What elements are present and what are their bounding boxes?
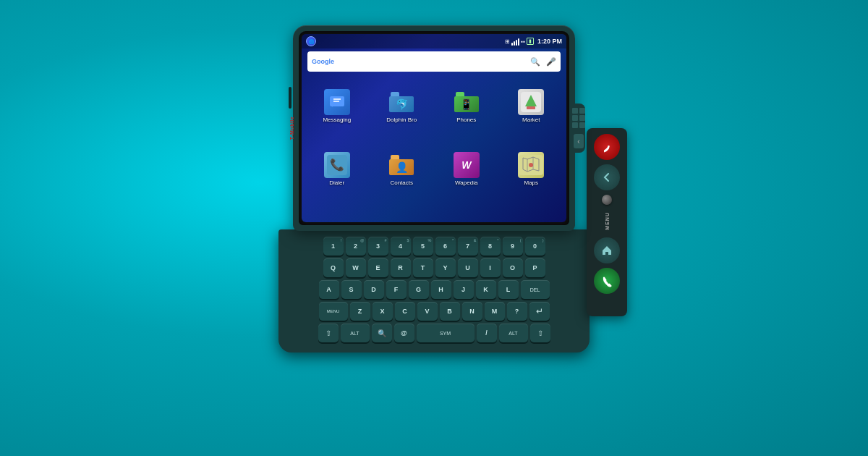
phones-label: Phones	[456, 117, 476, 123]
key-v[interactable]: V	[417, 302, 438, 321]
nav-arrow-button[interactable]: ‹	[574, 134, 584, 148]
key-shift-left[interactable]: ⇧	[318, 324, 339, 342]
key-alt-left[interactable]: ALT	[341, 324, 370, 342]
search-icon[interactable]: 🔍	[530, 57, 540, 67]
key-1[interactable]: !1	[323, 237, 344, 256]
key-shift-right[interactable]: ⇧	[530, 324, 550, 342]
app-market[interactable]: Market	[501, 76, 563, 136]
google-search-bar[interactable]: Google 🔍 🎤	[307, 51, 561, 72]
volume-button[interactable]	[289, 87, 292, 109]
keyboard-row-qwerty: Q W E R T Y U I O P	[289, 258, 579, 277]
mic-icon[interactable]: 🎤	[546, 57, 556, 67]
key-enter[interactable]: ↵	[529, 302, 550, 321]
wapedia-label: Wapedia	[455, 180, 477, 186]
key-7[interactable]: &7	[458, 237, 478, 256]
key-r[interactable]: R	[391, 258, 411, 277]
phones-icon: 📱	[454, 89, 480, 115]
key-i[interactable]: I	[480, 258, 501, 277]
key-d[interactable]: D	[364, 280, 384, 299]
globe-icon: 🌐	[306, 36, 316, 46]
key-8[interactable]: *8	[480, 237, 501, 256]
key-l[interactable]: L	[498, 280, 519, 299]
app-dialer[interactable]: 📞 Dialer	[306, 139, 368, 199]
key-search[interactable]: 🔍	[372, 324, 392, 342]
key-k[interactable]: K	[476, 280, 496, 299]
status-right: ⊞ ▪▪ ▮ 1:20 PM	[505, 37, 562, 46]
key-a[interactable]: A	[319, 280, 339, 299]
signal-bars	[511, 37, 519, 46]
keyboard-row-zxcv: MENU Z X C V B N M ? ↵	[289, 302, 579, 321]
status-bar: 🌐 ⊞ ▪▪ ▮	[302, 34, 566, 48]
key-j[interactable]: J	[454, 280, 474, 299]
app-maps[interactable]: Maps	[501, 139, 563, 199]
back-button[interactable]	[594, 164, 620, 190]
app-phones[interactable]: 📱 Phones	[435, 76, 498, 136]
key-space[interactable]: SYM	[417, 324, 475, 342]
key-p[interactable]: P	[525, 258, 545, 277]
key-9[interactable]: (9	[503, 237, 523, 256]
key-menu[interactable]: MENU	[319, 302, 348, 321]
key-s[interactable]: S	[341, 280, 362, 299]
key-at[interactable]: @	[394, 324, 414, 342]
status-left: 🌐	[306, 36, 316, 46]
side-control-panel: MENU	[587, 128, 627, 316]
key-t[interactable]: T	[413, 258, 433, 277]
status-time: 1:20 PM	[537, 38, 562, 45]
app-dolphin-bro[interactable]: 🐬 Dolphin Bro	[371, 76, 433, 136]
dolphin-bro-label: Dolphin Bro	[386, 117, 417, 123]
market-label: Market	[522, 117, 540, 123]
call-button[interactable]	[594, 268, 620, 294]
svg-rect-6	[527, 106, 535, 109]
key-w[interactable]: W	[346, 258, 366, 277]
app-messaging[interactable]: Messaging	[306, 76, 368, 136]
nav-panel: ‹	[572, 104, 585, 153]
battery-icon: ▮	[527, 38, 534, 45]
key-g[interactable]: G	[409, 280, 429, 299]
key-n[interactable]: N	[462, 302, 482, 321]
dialer-label: Dialer	[329, 180, 344, 186]
trackball[interactable]	[602, 195, 612, 205]
key-2[interactable]: @2	[346, 237, 366, 256]
status-icons: ⊞ ▪▪ ▮	[505, 37, 534, 46]
wapedia-icon: W	[454, 152, 480, 178]
key-6[interactable]: ^6	[435, 237, 456, 256]
key-question[interactable]: ?	[507, 302, 527, 321]
maps-label: Maps	[524, 180, 538, 186]
contacts-label: Contacts	[390, 180, 413, 186]
key-3[interactable]: #3	[368, 237, 388, 256]
contacts-icon: 👤	[388, 152, 414, 178]
key-del[interactable]: DEL	[521, 280, 550, 299]
keyboard: !1 @2 #3 $4 %5 ^6 &7 *8 (9 )0 Q W E R T …	[289, 237, 579, 342]
key-e[interactable]: E	[368, 258, 388, 277]
key-5[interactable]: %5	[413, 237, 433, 256]
key-f[interactable]: F	[386, 280, 407, 299]
keyboard-row-numbers: !1 @2 #3 $4 %5 ^6 &7 *8 (9 )0	[289, 237, 579, 256]
key-y[interactable]: Y	[435, 258, 456, 277]
key-alt-right[interactable]: ALT	[499, 324, 528, 342]
key-b[interactable]: B	[440, 302, 460, 321]
app-grid: Messaging 🐬 Dolphin Bro	[306, 76, 562, 199]
app-wapedia[interactable]: W Wapedia	[435, 139, 498, 199]
dolphin-bro-icon: 🐬	[388, 89, 414, 115]
svg-text:📞: 📞	[330, 158, 344, 172]
key-u[interactable]: U	[458, 258, 478, 277]
key-m[interactable]: M	[485, 302, 505, 321]
key-slash[interactable]: /	[477, 324, 497, 342]
app-contacts[interactable]: 👤 Contacts	[371, 139, 433, 199]
phone-screen: 🌐 ⊞ ▪▪ ▮	[302, 34, 566, 222]
key-0[interactable]: )0	[525, 237, 545, 256]
key-h[interactable]: H	[431, 280, 451, 299]
key-4[interactable]: $4	[391, 237, 411, 256]
keyboard-row-special: ⇧ ALT 🔍 @ SYM / ALT ⇧	[289, 324, 579, 342]
key-o[interactable]: O	[503, 258, 523, 277]
key-x[interactable]: X	[373, 302, 393, 321]
key-q[interactable]: Q	[323, 258, 344, 277]
call-end-button[interactable]	[594, 134, 620, 160]
home-button[interactable]	[594, 237, 620, 263]
key-z[interactable]: Z	[350, 302, 370, 321]
google-logo: Google	[312, 58, 334, 65]
maps-icon	[518, 152, 544, 178]
key-c[interactable]: C	[395, 302, 415, 321]
dialer-icon: 📞	[324, 152, 350, 178]
phone-keyboard-body: MENU !1 @2 #3 $4 %5 ^6 &7 *8 (9 )0	[278, 229, 590, 352]
